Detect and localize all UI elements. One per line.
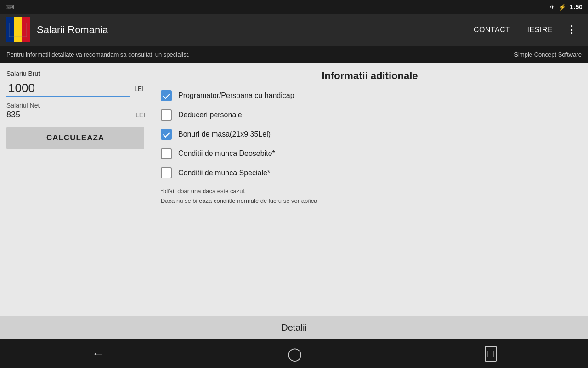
- back-icon: ←: [91, 346, 104, 361]
- checkbox-programator-box[interactable]: [161, 90, 172, 101]
- checkbox-bonuri-box[interactable]: [161, 129, 172, 140]
- info-text: Pentru informatii detaliate va recomanda…: [6, 51, 514, 58]
- checkbox-deduceri[interactable]: Deduceri personale: [161, 109, 579, 121]
- info-title: Informatii aditionale: [161, 63, 579, 90]
- more-options-icon[interactable]: ⋮: [561, 20, 582, 40]
- note-text: *bifati doar una daca este cazul. Daca n…: [161, 187, 579, 206]
- salariu-brut-input[interactable]: [6, 80, 130, 97]
- app-logo: [6, 17, 30, 42]
- salariu-net-label: Salariul Net: [6, 102, 145, 109]
- checkbox-conditii-deosebite-box[interactable]: [161, 148, 172, 159]
- airplane-icon: ✈: [550, 4, 555, 11]
- checkbox-programator[interactable]: Programator/Persoana cu handicap: [161, 90, 579, 101]
- checkbox-bonuri-label: Bonuri de masa(21x9.35Lei): [178, 130, 271, 138]
- home-icon: ◯: [288, 346, 302, 362]
- keyboard-icon: ⌨: [6, 4, 14, 11]
- calculeaza-button[interactable]: CALCULEAZA: [6, 127, 144, 149]
- company-name: Simple Concept Software: [514, 51, 582, 58]
- back-button[interactable]: ←: [73, 342, 123, 366]
- iesire-button[interactable]: IESIRE: [519, 22, 561, 38]
- contact-button[interactable]: CONTACT: [465, 22, 519, 38]
- net-value: 835: [6, 110, 136, 120]
- svg-rect-2: [22, 17, 30, 42]
- time-display: 1:50: [570, 3, 582, 11]
- recent-icon: □: [485, 346, 496, 362]
- svg-rect-1: [14, 17, 22, 42]
- checkbox-bonuri[interactable]: Bonuri de masa(21x9.35Lei): [161, 129, 579, 140]
- checkbox-conditii-deosebite[interactable]: Conditii de munca Deosebite*: [161, 148, 579, 159]
- battery-icon: ⚡: [559, 4, 566, 11]
- app-title: Salarii Romania: [37, 24, 465, 36]
- recent-apps-button[interactable]: □: [466, 341, 514, 366]
- checkbox-conditii-speciale[interactable]: Conditii de munca Speciale*: [161, 167, 579, 178]
- checkbox-programator-label: Programator/Persoana cu handicap: [178, 92, 294, 100]
- detalii-label[interactable]: Detalii: [281, 322, 307, 333]
- checkbox-conditii-speciale-box[interactable]: [161, 167, 172, 178]
- lei-label-1: LEI: [134, 85, 144, 92]
- home-button[interactable]: ◯: [269, 342, 320, 366]
- checkbox-deduceri-label: Deduceri personale: [178, 111, 242, 119]
- checkbox-conditii-speciale-label: Conditii de munca Speciale*: [178, 169, 270, 177]
- checkbox-conditii-deosebite-label: Conditii de munca Deosebite*: [178, 150, 275, 158]
- checkbox-deduceri-box[interactable]: [161, 109, 172, 121]
- svg-rect-0: [6, 17, 14, 42]
- salariu-brut-label: Salariu Brut: [6, 70, 145, 77]
- lei-label-2: LEI: [136, 111, 145, 119]
